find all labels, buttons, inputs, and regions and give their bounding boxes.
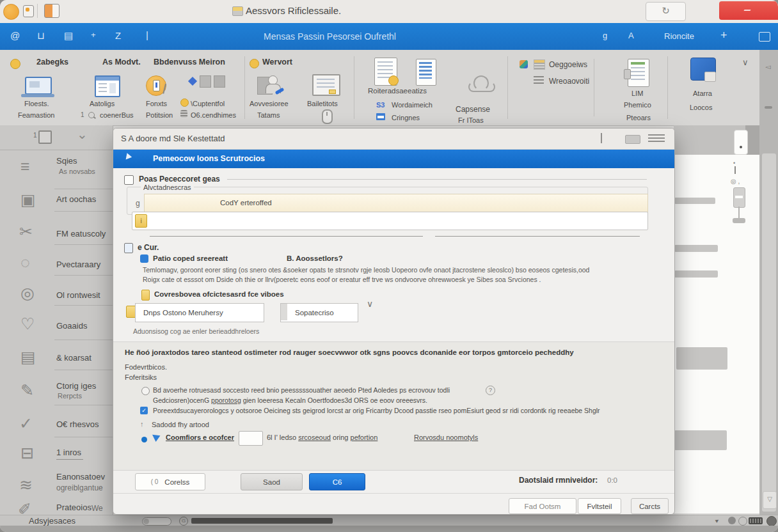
- dialog-titlebar[interactable]: S A doore md Sle Kestettatd: [113, 129, 674, 150]
- readonly-field[interactable]: g CodY erteroffed: [144, 194, 648, 213]
- swatch2-icon[interactable]: [214, 75, 225, 88]
- ribbon-tab-3[interactable]: Bbdenvuss Meiron: [154, 58, 225, 66]
- reports-button[interactable]: [312, 74, 339, 96]
- ribbon-tab-2[interactable]: As Modvt.: [102, 58, 141, 66]
- page-icon[interactable]: [38, 130, 52, 144]
- menu-icon[interactable]: [648, 134, 665, 143]
- grid-icon[interactable]: ▤: [64, 30, 73, 42]
- save-icon[interactable]: ⊔: [37, 30, 45, 42]
- swatch1-icon[interactable]: [200, 75, 211, 88]
- g6-label-2[interactable]: Cringnes: [392, 114, 420, 121]
- close-button[interactable]: [719, 1, 778, 20]
- g8-label-1[interactable]: Oeggoeiws: [549, 60, 587, 69]
- mini-scroll-button[interactable]: [734, 130, 748, 155]
- sidebar-item-inros[interactable]: ⊟ 1 inros: [0, 442, 113, 464]
- sidebar-item-pvectaraary[interactable]: ◌ Pvectaraary: [0, 253, 113, 274]
- sidebar-item-sqies[interactable]: ≡ Sqies As novsabs: [0, 153, 113, 187]
- sidebar-item-fmeatuscoly[interactable]: ✂ FM eatuscoly: [0, 223, 113, 243]
- layout-toggle-icon[interactable]: [44, 4, 60, 18]
- menubar-g-item[interactable]: g: [603, 31, 607, 40]
- g3-label-4[interactable]: O6.cendhimes: [191, 111, 236, 119]
- help-icon[interactable]: ?: [486, 386, 495, 395]
- small-input[interactable]: [239, 431, 263, 446]
- add-icon[interactable]: +: [720, 29, 727, 42]
- sidebar-item-artoochas[interactable]: ▣ Art oochas: [0, 192, 113, 211]
- sidebar-item-koarsat[interactable]: ▤ & koarsat: [0, 348, 113, 368]
- apps-button[interactable]: [95, 75, 120, 97]
- report-doc-button[interactable]: [416, 59, 438, 86]
- search-icon[interactable]: [88, 112, 95, 118]
- sidebar-item-ctorigiges[interactable]: ✎ Ctorig iges Rerpcts: [0, 380, 113, 407]
- doc-badge-icon[interactable]: [23, 5, 34, 17]
- speaker-icon[interactable]: ◅: [765, 63, 770, 71]
- cards-button[interactable]: Carcts: [631, 498, 669, 514]
- keyboard-icon[interactable]: [749, 517, 763, 524]
- go-button[interactable]: C6: [309, 473, 365, 490]
- sidebar-item-eanonsatoev[interactable]: ≋ Eanonsatoev ogreiblgantue: [0, 471, 113, 499]
- pointer-icon[interactable]: ▸: [713, 517, 720, 524]
- forms-button[interactable]: [23, 77, 52, 98]
- g6-label-1[interactable]: Wordaimeich: [392, 101, 433, 109]
- dropdown-2[interactable]: Sopatecriso: [280, 303, 358, 322]
- after-link1[interactable]: srcoseoud: [298, 434, 331, 441]
- window-scrollbar-track[interactable]: ◅ ▽: [759, 50, 778, 526]
- collapse-label[interactable]: Sadodd fhy artood: [152, 421, 209, 428]
- list-icon[interactable]: [534, 76, 544, 84]
- shield-button[interactable]: ▽: [763, 491, 777, 509]
- window-scrollbar-thumb[interactable]: [762, 153, 776, 512]
- after-link2[interactable]: pefortion: [351, 434, 378, 441]
- window-control-icon[interactable]: [3, 4, 19, 20]
- anchor-icon[interactable]: +: [91, 30, 96, 40]
- collapse-chevron-icon[interactable]: ⌄: [77, 127, 88, 142]
- filter-button[interactable]: Fvltsteil: [578, 498, 621, 514]
- panel-checkbox-icon[interactable]: ✓: [140, 407, 148, 414]
- sidebar-item-goaaids[interactable]: ♡ Goaaids: [0, 315, 113, 335]
- toggle-switch[interactable]: [142, 517, 171, 526]
- remove-link[interactable]: Rorvosdu noomotyls: [414, 434, 478, 441]
- option1-label[interactable]: Patio coped sreereatt: [153, 254, 228, 262]
- sidebar-item-olrontwesit[interactable]: ◎ Ol rontwesit: [0, 284, 113, 304]
- newsletter-button[interactable]: [374, 58, 400, 86]
- page-options-button[interactable]: Fad Ootsm: [509, 498, 576, 514]
- clock-icon[interactable]: ◎ ,: [731, 178, 740, 185]
- g3-label-3[interactable]: \Cuptentfol: [191, 100, 225, 107]
- save-button[interactable]: Saod: [241, 473, 303, 490]
- security-button[interactable]: [146, 75, 168, 97]
- panel-radio-icon[interactable]: [141, 387, 150, 395]
- account-item[interactable]: Rioncite: [664, 31, 694, 41]
- scroll-pill[interactable]: [733, 218, 745, 223]
- gem-icon[interactable]: [188, 77, 197, 86]
- ribbon-tab-4[interactable]: Wervort: [262, 58, 292, 66]
- option1-icon[interactable]: [140, 254, 148, 263]
- dropdown-1[interactable]: Dnps Ostono Meruhersy: [135, 303, 264, 322]
- undo-button[interactable]: ↻: [646, 2, 686, 21]
- cloud-button[interactable]: [468, 75, 496, 95]
- mention-icon[interactable]: @: [10, 30, 20, 41]
- menubar-a-item[interactable]: A: [628, 31, 634, 40]
- cancel-button[interactable]: ( 0 Corelss: [135, 473, 205, 490]
- sidebar-item-rhesvos[interactable]: ✓ O€ rhesvos: [0, 414, 113, 435]
- password-input[interactable]: i: [132, 212, 648, 230]
- option2-label[interactable]: B. Aoossetlors?: [287, 254, 343, 262]
- status-dot-icon[interactable]: [728, 517, 736, 524]
- dropdown-chevron-icon[interactable]: ∨: [367, 299, 373, 309]
- panel-option1[interactable]: Bd avoerhe rotruesasd soccesto reed bnio…: [153, 386, 450, 394]
- collapse-arrow-icon[interactable]: ↑: [140, 420, 144, 428]
- ribbon-collapse-chevron-icon[interactable]: ∨: [742, 58, 749, 67]
- lim-button[interactable]: [624, 59, 649, 88]
- panel-option2[interactable]: Poreextdsucayerorologcs y ootsoroe Oeici…: [153, 407, 600, 414]
- layout-list-icon[interactable]: [534, 59, 545, 70]
- minimize-icon[interactable]: [625, 135, 640, 144]
- book-button[interactable]: [690, 58, 717, 83]
- status-badge-icon[interactable]: [766, 516, 777, 526]
- g6-s3[interactable]: S3: [376, 101, 385, 109]
- mute-icon[interactable]: •: [733, 160, 735, 166]
- status-circle-icon[interactable]: [738, 517, 747, 526]
- window-box-icon[interactable]: [759, 32, 770, 42]
- inner-scrollbar-thumb[interactable]: [733, 187, 745, 208]
- g8-label-2[interactable]: Wreoaovoiti: [549, 77, 589, 86]
- sort-icon[interactable]: Z: [115, 30, 121, 41]
- configure-link[interactable]: Coomfiors e ocofcer: [166, 434, 234, 441]
- detail-link[interactable]: pporotosg: [211, 396, 241, 404]
- palette-icon[interactable]: [520, 60, 528, 68]
